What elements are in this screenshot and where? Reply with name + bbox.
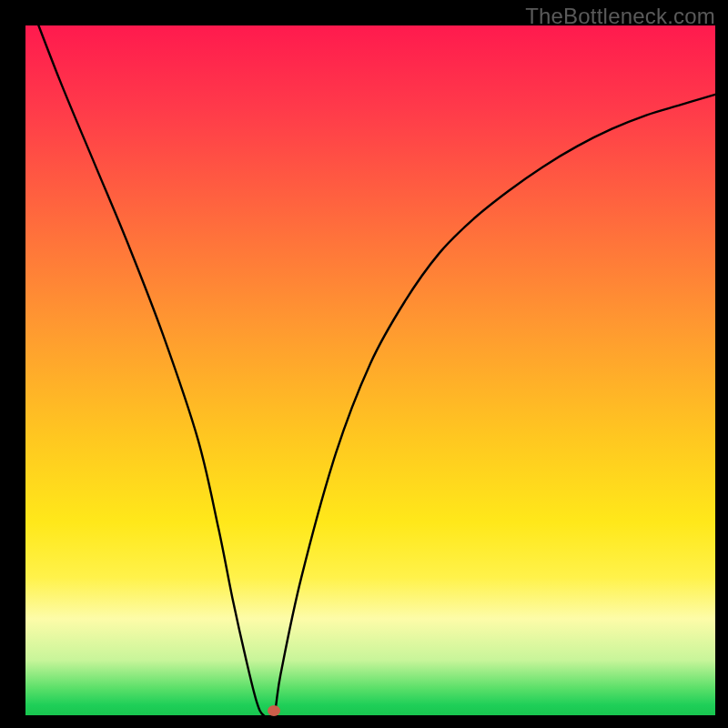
bottleneck-curve bbox=[25, 25, 715, 715]
plot-area bbox=[25, 25, 715, 715]
chart-frame: TheBottleneck.com bbox=[0, 0, 728, 728]
current-point-marker bbox=[268, 705, 280, 716]
watermark-text: TheBottleneck.com bbox=[525, 4, 715, 29]
